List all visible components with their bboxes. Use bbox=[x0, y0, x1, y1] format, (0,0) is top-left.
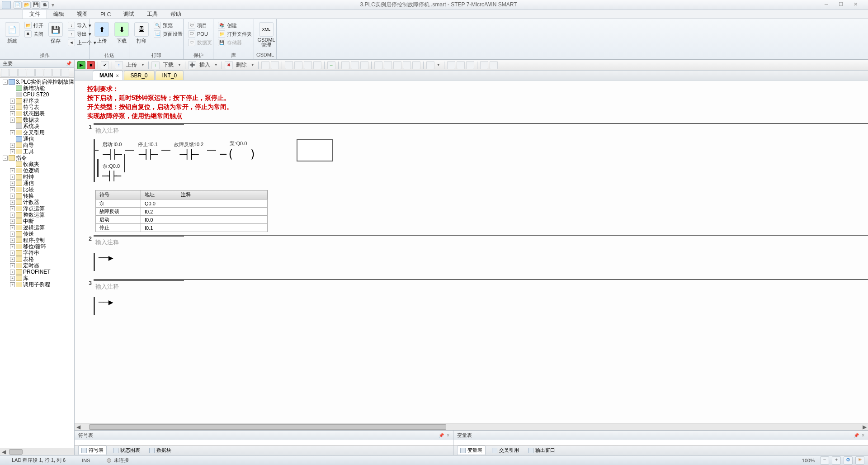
tree-item[interactable]: +PROFINET bbox=[1, 269, 73, 275]
tree-item[interactable]: +逻辑运算 bbox=[1, 224, 73, 231]
tree-item[interactable]: +位逻辑 bbox=[1, 167, 73, 174]
tree-item[interactable]: +调用子例程 bbox=[1, 281, 73, 288]
tree-instruction-root[interactable]: -指令 bbox=[1, 155, 73, 161]
tree-item[interactable]: +状态图表 bbox=[1, 110, 73, 117]
ladder-canvas[interactable]: 控制要求： 按下启动，延时5秒钟泵运转；按下停止，泵停止。 开关类型：按钮自复位… bbox=[75, 81, 868, 423]
ribbon-upload-button[interactable]: ⬆ 上传 bbox=[92, 21, 111, 45]
qat-save-icon[interactable]: 💾 bbox=[32, 1, 40, 9]
coil-pump[interactable]: 泵:Q0.0 ─( ) bbox=[220, 140, 257, 161]
tree-item[interactable]: +向导 bbox=[1, 142, 73, 148]
tree-item[interactable]: CPU ST20 bbox=[1, 91, 73, 98]
et-btn-e[interactable] bbox=[304, 61, 312, 69]
editor-hscroll[interactable]: ◀ ▶ bbox=[75, 423, 868, 430]
tree-item[interactable]: +程序块 bbox=[1, 98, 73, 104]
network-comment[interactable]: 输入注释 bbox=[94, 282, 868, 292]
tree-item[interactable]: +表格 bbox=[1, 256, 73, 262]
et-btn-m[interactable] bbox=[393, 61, 401, 69]
et-download-label[interactable]: 下载 bbox=[161, 61, 175, 69]
bp-close-icon[interactable]: × bbox=[447, 433, 449, 438]
et-btn-h[interactable] bbox=[341, 61, 349, 69]
panel-pin-icon[interactable]: 📌 bbox=[66, 61, 71, 66]
sb-status-icon[interactable]: ☀ bbox=[855, 456, 864, 465]
tree-tb-2[interactable] bbox=[9, 69, 18, 77]
tree-item[interactable]: +计数器 bbox=[1, 199, 73, 205]
tree-item[interactable]: +整数运算 bbox=[1, 212, 73, 218]
ribbon-preview-button[interactable]: 🔍预览 bbox=[152, 21, 184, 29]
menu-help[interactable]: 帮助 bbox=[164, 10, 188, 19]
ribbon-datapage-button[interactable]: 🛡数据页 bbox=[186, 38, 214, 47]
tree-item[interactable]: +工具 bbox=[1, 148, 73, 155]
ribbon-close-button[interactable]: ✖关闭 bbox=[23, 30, 45, 38]
ribbon-project-button[interactable]: 🛡项目 bbox=[186, 21, 214, 29]
bp-tab-var[interactable]: 变量表 bbox=[457, 446, 486, 455]
et-btn-c[interactable] bbox=[285, 61, 293, 69]
bp-tab-status[interactable]: 状态图表 bbox=[110, 446, 143, 455]
et-btn-a[interactable] bbox=[261, 61, 269, 69]
ribbon-open-button[interactable]: 📂打开 bbox=[23, 21, 45, 29]
bp-pin-icon[interactable]: 📌 bbox=[854, 433, 859, 438]
et-btn-l[interactable] bbox=[384, 61, 392, 69]
network-comment[interactable]: 输入注释 bbox=[94, 126, 868, 136]
et-btn-q[interactable] bbox=[447, 61, 455, 69]
compile-button[interactable]: ✔ bbox=[101, 61, 109, 69]
tree-item[interactable]: +中断 bbox=[1, 218, 73, 224]
tree-item[interactable]: 通信 bbox=[1, 136, 73, 142]
bp-tab-output[interactable]: 输出窗口 bbox=[525, 446, 558, 455]
qat-open-icon[interactable]: 📂 bbox=[23, 1, 31, 9]
minimize-button[interactable]: ─ bbox=[821, 1, 832, 9]
tree-item[interactable]: +数据块 bbox=[1, 117, 73, 123]
tree-item[interactable]: +浮点运算 bbox=[1, 205, 73, 212]
ribbon-gsdml-button[interactable]: XML GSDML 管理 bbox=[257, 21, 276, 48]
et-btn-i[interactable] bbox=[351, 61, 359, 69]
ribbon-save-button[interactable]: 💾 保存 bbox=[46, 21, 65, 45]
empty-box[interactable] bbox=[297, 139, 333, 161]
contact-stop[interactable]: 停止:I0.1 ─┤├─ bbox=[138, 141, 157, 160]
et-btn-j[interactable] bbox=[360, 61, 368, 69]
ribbon-download-button[interactable]: ⬇ 下载 bbox=[112, 21, 131, 45]
tree-item[interactable]: +通信 bbox=[1, 180, 73, 186]
tree-tb-7[interactable] bbox=[52, 69, 61, 77]
et-delete-label[interactable]: 删除 bbox=[234, 61, 249, 69]
insert-icon[interactable]: ➕ bbox=[188, 61, 196, 69]
et-upload-label[interactable]: 上传 bbox=[124, 61, 139, 69]
tree-item[interactable]: +交叉引用 bbox=[1, 129, 73, 136]
menu-debug[interactable]: 调试 bbox=[117, 10, 141, 19]
bp-tab-xref[interactable]: 交叉引用 bbox=[489, 446, 522, 455]
tree-tb-8[interactable] bbox=[61, 69, 69, 77]
ribbon-new-button[interactable]: 📄 新建 bbox=[3, 21, 22, 45]
et-btn-d[interactable] bbox=[294, 61, 302, 69]
et-btn-s[interactable] bbox=[466, 61, 474, 69]
tree-tb-3[interactable] bbox=[18, 69, 26, 77]
tree-item[interactable]: +转换 bbox=[1, 193, 73, 199]
et-btn-k[interactable] bbox=[374, 61, 382, 69]
menu-view[interactable]: 视图 bbox=[71, 10, 94, 19]
tree-tb-1[interactable] bbox=[1, 69, 9, 77]
upload-arrow-icon[interactable]: ↑ bbox=[115, 61, 123, 69]
tree-item[interactable]: +移位/循环 bbox=[1, 243, 73, 250]
ribbon-memory-button[interactable]: 💾存储器 bbox=[216, 38, 254, 47]
tree-item[interactable]: +传送 bbox=[1, 231, 73, 237]
et-btn-r[interactable] bbox=[457, 61, 465, 69]
tree-item[interactable]: +程序控制 bbox=[1, 237, 73, 243]
sb-settings-icon[interactable]: ⚙ bbox=[844, 456, 853, 465]
tree-item[interactable]: +比较 bbox=[1, 186, 73, 193]
bp-tab-data[interactable]: 数据块 bbox=[146, 446, 174, 455]
zoom-in-button[interactable]: + bbox=[832, 456, 841, 465]
close-button[interactable]: ✕ bbox=[850, 1, 861, 9]
qat-print-icon[interactable]: 🖶 bbox=[41, 1, 49, 9]
tree-hscroll[interactable]: ◀ bbox=[0, 448, 74, 455]
stop-button[interactable]: ■ bbox=[87, 61, 95, 69]
tree-item[interactable]: +定时器 bbox=[1, 262, 73, 269]
project-tree[interactable]: -3.PLC实例启停控制故障停机 新增功能 CPU ST20 +程序块 +符号表… bbox=[0, 78, 74, 448]
qat-new-icon[interactable]: 📄 bbox=[14, 1, 22, 9]
network-3[interactable]: 3 输入注释 ──▶ bbox=[85, 279, 868, 321]
maximize-button[interactable]: ☐ bbox=[835, 1, 846, 9]
tree-item[interactable]: +库 bbox=[1, 275, 73, 281]
contact-pump-branch[interactable]: 泵:Q0.0 ─┤├─ bbox=[102, 163, 120, 181]
tab-int0[interactable]: INT_0 bbox=[156, 71, 184, 80]
tab-close-icon[interactable]: × bbox=[116, 73, 119, 78]
et-btn-o[interactable] bbox=[412, 61, 420, 69]
tree-tb-4[interactable] bbox=[27, 69, 35, 77]
tree-project-root[interactable]: -3.PLC实例启停控制故障停机 bbox=[1, 79, 73, 85]
bp-tab-symbol[interactable]: 符号表 bbox=[78, 446, 107, 455]
